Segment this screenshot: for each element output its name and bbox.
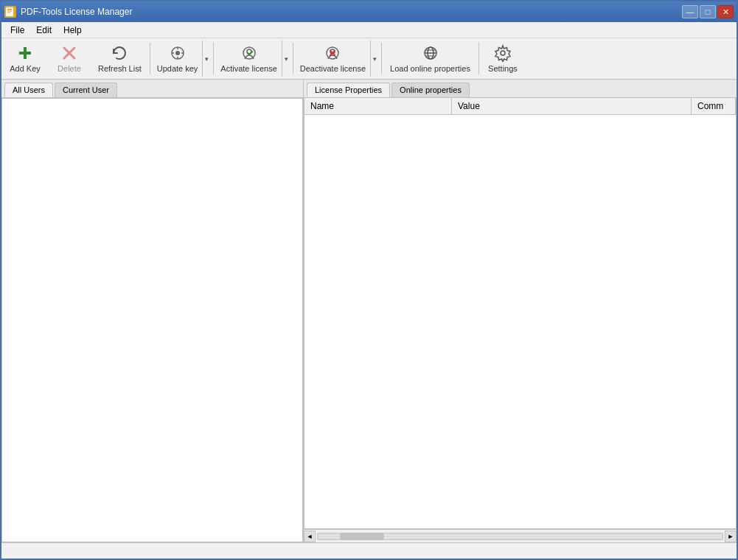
separator-2 — [213, 43, 214, 74]
settings-icon — [494, 44, 512, 62]
activate-license-label: Activate license — [220, 64, 276, 73]
svg-rect-2 — [7, 11, 12, 12]
update-key-icon — [169, 44, 187, 62]
minimize-button[interactable]: — — [682, 5, 698, 18]
tab-online-properties[interactable]: Online properties — [391, 83, 470, 97]
tab-license-properties[interactable]: License Properties — [307, 83, 390, 97]
separator-3 — [293, 43, 293, 74]
activate-license-button[interactable]: Activate license ▾ — [215, 40, 290, 77]
separator-4 — [381, 43, 382, 74]
title-bar: PDF-Tools License Manager — □ ✕ — [1, 1, 737, 22]
activate-license-icon — [240, 44, 258, 62]
svg-rect-5 — [19, 52, 31, 55]
menu-file[interactable]: File — [4, 24, 30, 37]
add-key-button[interactable]: Add Key — [3, 40, 47, 77]
status-bar — [1, 542, 737, 559]
app-window: PDF-Tools License Manager — □ ✕ File Edi… — [0, 0, 738, 560]
window-title: PDF-Tools License Manager — [21, 7, 132, 17]
left-tab-content — [1, 98, 303, 542]
scrollbar-track-bg — [317, 533, 723, 540]
left-panel: All Users Current User — [1, 80, 304, 542]
deactivate-license-arrow[interactable]: ▾ — [370, 41, 379, 77]
delete-button[interactable]: Delete — [47, 40, 91, 77]
window-controls: — □ ✕ — [682, 5, 734, 18]
update-key-label: Update key — [157, 64, 198, 73]
separator-1 — [150, 43, 150, 74]
toolbar: Add Key Delete Refresh List — [1, 38, 737, 80]
activate-license-main[interactable]: Activate license — [216, 41, 281, 77]
delete-icon — [60, 44, 78, 62]
update-key-main[interactable]: Update key — [153, 41, 203, 77]
menu-bar: File Edit Help — [1, 22, 737, 38]
deactivate-license-main[interactable]: Deactivate license — [296, 41, 370, 77]
deactivate-license-label: Deactivate license — [300, 64, 366, 73]
activate-license-arrow[interactable]: ▾ — [282, 41, 290, 77]
update-key-arrow[interactable]: ▾ — [202, 41, 211, 77]
menu-help[interactable]: Help — [58, 24, 88, 37]
close-button[interactable]: ✕ — [717, 5, 734, 18]
main-content: All Users Current User License Propertie… — [1, 80, 737, 542]
svg-rect-1 — [7, 9, 12, 10]
menu-edit[interactable]: Edit — [30, 24, 58, 37]
deactivate-license-button[interactable]: Deactivate license ▾ — [295, 40, 380, 77]
add-key-icon — [16, 44, 34, 62]
refresh-list-icon — [111, 44, 128, 62]
horizontal-scrollbar[interactable]: ◄ ► — [304, 529, 737, 542]
scroll-left-button[interactable]: ◄ — [304, 531, 316, 542]
right-tabs-header: License Properties Online properties — [304, 80, 737, 98]
settings-label: Settings — [488, 64, 518, 73]
refresh-list-button[interactable]: Refresh List — [91, 40, 148, 77]
delete-label: Delete — [58, 64, 81, 73]
load-online-label: Load online properties — [390, 64, 470, 73]
settings-button[interactable]: Settings — [481, 40, 525, 77]
svg-rect-0 — [6, 7, 13, 16]
refresh-list-label: Refresh List — [98, 64, 142, 73]
scroll-right-button[interactable]: ► — [725, 531, 737, 542]
add-key-label: Add Key — [10, 64, 41, 73]
properties-table: Name Value Comm — [304, 98, 737, 529]
svg-point-25 — [501, 51, 505, 55]
deactivate-license-icon — [324, 44, 341, 62]
maximize-button[interactable]: □ — [700, 5, 716, 18]
column-value: Value — [452, 98, 692, 114]
svg-point-9 — [175, 51, 180, 55]
right-panel: License Properties Online properties Nam… — [304, 80, 737, 542]
table-body — [304, 115, 736, 528]
scrollbar-thumb[interactable] — [340, 533, 384, 539]
column-comm: Comm — [692, 98, 736, 114]
column-name: Name — [304, 98, 452, 114]
title-bar-left: PDF-Tools License Manager — [4, 6, 132, 18]
left-tabs-header: All Users Current User — [1, 80, 303, 98]
separator-5 — [478, 43, 479, 74]
tab-all-users[interactable]: All Users — [4, 83, 53, 97]
svg-rect-3 — [7, 13, 10, 13]
tab-current-user[interactable]: Current User — [55, 83, 117, 97]
load-online-icon — [422, 44, 439, 62]
scrollbar-track[interactable] — [316, 531, 725, 542]
table-header: Name Value Comm — [304, 98, 736, 115]
load-online-properties-button[interactable]: Load online properties — [383, 40, 477, 77]
app-icon — [4, 6, 16, 18]
update-key-button[interactable]: Update key ▾ — [152, 40, 212, 77]
